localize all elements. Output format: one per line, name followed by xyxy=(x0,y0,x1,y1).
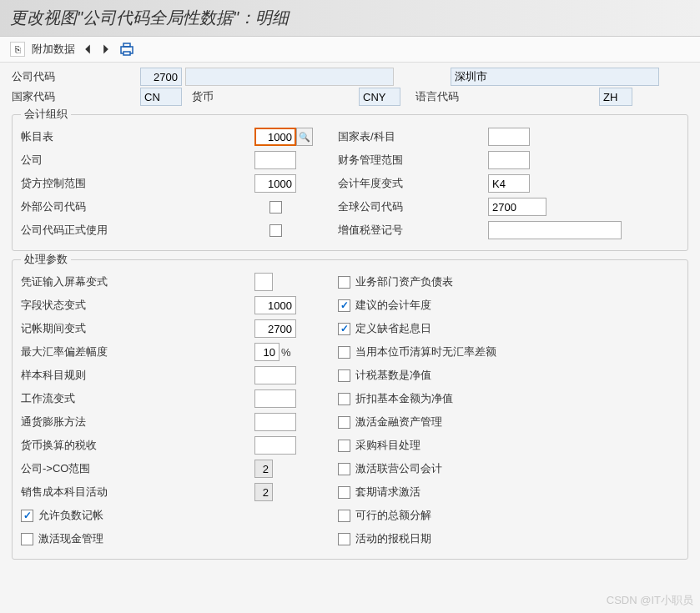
co-area-input xyxy=(254,460,273,478)
svg-rect-2 xyxy=(123,52,130,55)
inflation-label: 通货膨胀方法 xyxy=(21,415,254,430)
no-exdiff-checkbox[interactable] xyxy=(338,346,350,359)
country-chart-label: 国家表/科目 xyxy=(338,129,488,144)
accounting-org-group: 会计组织 帐目表 🔍 国家表/科目 公司 财务管理范围 贷方控制范围 会计年度变… xyxy=(12,114,688,251)
fm-area-input[interactable] xyxy=(488,151,530,169)
productive-label: 公司代码正式使用 xyxy=(21,223,254,238)
additional-data-label[interactable]: 附加数据 xyxy=(32,42,75,57)
page-title: 更改视图"公司代码全局性数据"：明细 xyxy=(0,0,700,37)
language-label: 语言代码 xyxy=(415,89,596,104)
percent-label: % xyxy=(281,346,291,359)
header-row-1: 公司代码 xyxy=(0,63,700,86)
cash-mgmt-label: 激活现金管理 xyxy=(38,531,103,546)
country-label: 国家代码 xyxy=(12,89,137,104)
sample-rules-label: 样本科目规则 xyxy=(21,368,254,383)
neg-post-label: 允许负数记帐 xyxy=(38,508,103,523)
propose-fy-checkbox[interactable] xyxy=(338,299,350,312)
disc-base-net-checkbox[interactable] xyxy=(338,393,350,405)
no-exdiff-label: 当用本位币清算时无汇率差额 xyxy=(355,344,496,359)
print-icon[interactable] xyxy=(118,42,135,57)
cash-mgmt-checkbox[interactable] xyxy=(21,533,33,545)
company-input[interactable] xyxy=(254,151,296,169)
hedge-req-checkbox[interactable] xyxy=(338,486,350,499)
fin-asset-label: 激活金融资产管理 xyxy=(355,415,442,430)
jv-acct-label: 激活联营公司会计 xyxy=(355,461,442,476)
company-code-field[interactable] xyxy=(140,68,182,86)
fiscal-variant-label: 会计年度变式 xyxy=(338,176,488,191)
search-help-icon[interactable]: 🔍 xyxy=(296,128,313,146)
tax-base-net-checkbox[interactable] xyxy=(338,369,350,382)
prev-icon[interactable] xyxy=(82,43,93,55)
credit-ctrl-input[interactable] xyxy=(254,174,296,193)
svg-rect-1 xyxy=(123,43,130,47)
fm-area-label: 财务管理范围 xyxy=(338,153,488,168)
posting-period-input[interactable] xyxy=(254,319,296,338)
next-icon[interactable] xyxy=(100,43,112,55)
tax-date-label: 活动的报税日期 xyxy=(355,531,431,546)
global-company-label: 全球公司代码 xyxy=(338,199,488,214)
currency-label: 货币 xyxy=(192,89,355,104)
chart-accounts-input[interactable] xyxy=(254,128,296,146)
processing-params-group: 处理参数 凭证输入屏幕变式 业务部门资产负债表 字段状态变式 建议的会计年度 记… xyxy=(12,259,688,560)
field-status-input[interactable] xyxy=(254,296,296,314)
productive-checkbox[interactable] xyxy=(269,224,282,237)
city-field[interactable] xyxy=(451,68,659,86)
disc-base-net-label: 折扣基本金额为净值 xyxy=(355,391,453,406)
field-status-label: 字段状态变式 xyxy=(21,298,254,313)
neg-post-checkbox[interactable] xyxy=(21,510,33,522)
sample-rules-input[interactable] xyxy=(254,366,296,384)
country-chart-input[interactable] xyxy=(488,128,530,146)
currency-field[interactable] xyxy=(359,88,400,106)
po-acct-label: 采购科目处理 xyxy=(355,438,421,453)
global-company-input[interactable] xyxy=(488,198,546,216)
max-exch-label: 最大汇率偏差幅度 xyxy=(21,344,254,359)
credit-ctrl-label: 贷方控制范围 xyxy=(21,176,254,191)
inflation-input[interactable] xyxy=(254,413,296,431)
fiscal-variant-input[interactable] xyxy=(488,174,530,193)
toggle-icon[interactable]: ⎘ xyxy=(10,42,25,57)
tax-date-checkbox[interactable] xyxy=(338,533,350,545)
language-field[interactable] xyxy=(599,88,632,106)
amount-split-checkbox[interactable] xyxy=(338,510,350,522)
max-exch-input[interactable] xyxy=(254,343,279,361)
biz-bs-checkbox[interactable] xyxy=(338,276,350,289)
doc-entry-input[interactable] xyxy=(254,273,273,291)
tax-base-net-label: 计税基数是净值 xyxy=(355,368,431,383)
default-vd-checkbox[interactable] xyxy=(338,323,350,335)
cogs-label: 销售成本科目活动 xyxy=(21,485,254,500)
default-vd-label: 定义缺省起息日 xyxy=(355,321,431,336)
hedge-req-label: 套期请求激活 xyxy=(355,485,421,500)
header-row-2: 国家代码 货币 语言代码 xyxy=(0,86,700,111)
company-code-label: 公司代码 xyxy=(12,69,137,84)
posting-period-label: 记帐期间变式 xyxy=(21,321,254,336)
co-area-label: 公司->CO范围 xyxy=(21,461,254,476)
amount-split-label: 可行的总额分解 xyxy=(355,508,431,523)
country-field[interactable] xyxy=(140,88,182,106)
processing-params-title: 处理参数 xyxy=(21,252,71,267)
vat-reg-input[interactable] xyxy=(488,221,622,239)
ext-company-label: 外部公司代码 xyxy=(21,199,254,214)
cogs-input xyxy=(254,483,273,501)
toolbar: ⎘ 附加数据 xyxy=(0,37,700,63)
doc-entry-label: 凭证输入屏幕变式 xyxy=(21,274,254,289)
fin-asset-checkbox[interactable] xyxy=(338,416,350,429)
company-label: 公司 xyxy=(21,153,254,168)
company-name-field xyxy=(185,68,394,86)
tax-crcy-label: 货币换算的税收 xyxy=(21,438,254,453)
propose-fy-label: 建议的会计年度 xyxy=(355,298,431,313)
workflow-label: 工作流变式 xyxy=(21,391,254,406)
accounting-org-title: 会计组织 xyxy=(21,107,71,122)
ext-company-checkbox[interactable] xyxy=(269,201,282,214)
vat-reg-label: 增值税登记号 xyxy=(338,223,488,238)
chart-accounts-label: 帐目表 xyxy=(21,129,254,144)
workflow-input[interactable] xyxy=(254,389,296,408)
tax-crcy-input[interactable] xyxy=(254,436,296,455)
jv-acct-checkbox[interactable] xyxy=(338,463,350,475)
po-acct-checkbox[interactable] xyxy=(338,440,350,452)
biz-bs-label: 业务部门资产负债表 xyxy=(355,274,453,289)
